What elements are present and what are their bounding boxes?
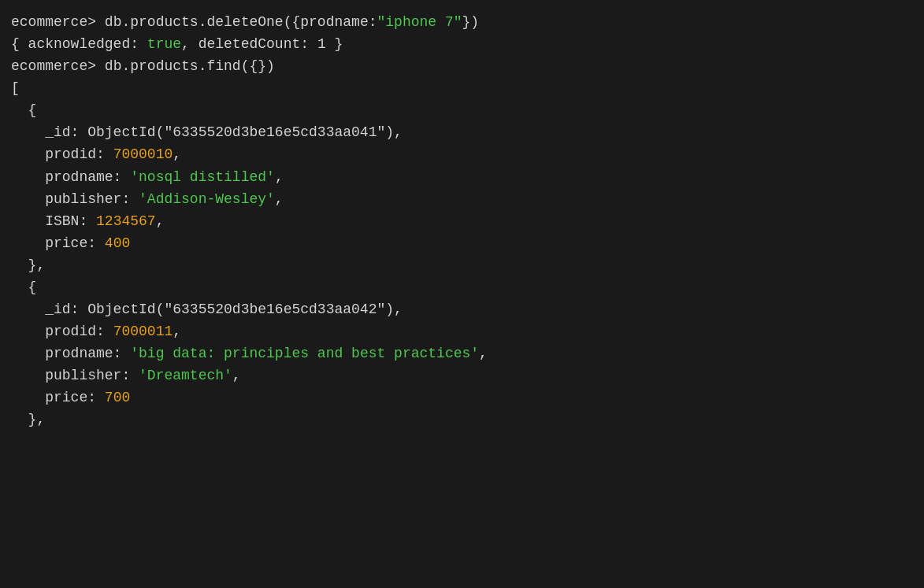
terminal-text-segment: 1 bbox=[317, 36, 326, 52]
terminal-text-segment: 1234567 bbox=[96, 213, 156, 229]
terminal-text-segment: prodid: bbox=[11, 324, 113, 339]
terminal-text-segment: 'nosql distilled' bbox=[130, 169, 275, 185]
terminal-text-segment: , bbox=[275, 191, 284, 207]
terminal-text-segment: } bbox=[326, 36, 343, 52]
terminal-line: [ bbox=[11, 77, 916, 99]
terminal-text-segment: , bbox=[156, 213, 165, 229]
terminal-text-segment: _id: ObjectId("6335520d3be16e5cd33aa041"… bbox=[11, 124, 403, 140]
terminal-text-segment: "iphone 7" bbox=[377, 14, 462, 30]
terminal-line: prodid: 7000010, bbox=[11, 143, 916, 165]
terminal-text-segment: ISBN: bbox=[11, 213, 96, 229]
terminal-text-segment: { bbox=[11, 279, 36, 295]
terminal-text-segment: 7000010 bbox=[113, 146, 173, 162]
terminal-text-segment: }, bbox=[11, 412, 45, 427]
terminal-text-segment: { acknowledged: bbox=[11, 36, 147, 52]
terminal-text-segment: 'Dreamtech' bbox=[139, 368, 232, 383]
terminal-line: publisher: 'Dreamtech', bbox=[11, 364, 916, 386]
terminal-text-segment: 7000011 bbox=[113, 324, 173, 339]
terminal-text-segment: db.products.deleteOne({prodname: bbox=[105, 14, 377, 30]
terminal-text-segment: , bbox=[232, 368, 241, 383]
terminal-text-segment: publisher: bbox=[11, 368, 139, 383]
terminal-text-segment: ecommerce> bbox=[11, 14, 105, 30]
terminal-text-segment: { bbox=[11, 102, 36, 118]
terminal-text-segment: price: bbox=[11, 390, 105, 405]
terminal-text-segment: 400 bbox=[105, 235, 130, 251]
terminal-line: { bbox=[11, 99, 916, 121]
terminal-text-segment: , deletedCount: bbox=[181, 36, 317, 52]
terminal-text-segment: 'big data: principles and best practices… bbox=[130, 346, 479, 361]
terminal-text-segment: prodid: bbox=[11, 146, 113, 162]
terminal-line: price: 400 bbox=[11, 232, 916, 254]
terminal-text-segment: 'Addison-Wesley' bbox=[139, 191, 275, 207]
terminal-text-segment: }, bbox=[11, 257, 45, 273]
terminal-line: ecommerce> db.products.deleteOne({prodna… bbox=[11, 11, 916, 33]
terminal-text-segment: 700 bbox=[105, 390, 130, 405]
terminal-line: ecommerce> db.products.find({}) bbox=[11, 55, 916, 77]
terminal-text-segment: publisher: bbox=[11, 191, 139, 207]
terminal-text-segment: _id: ObjectId("6335520d3be16e5cd33aa042"… bbox=[11, 301, 403, 317]
terminal-line: price: 700 bbox=[11, 386, 916, 409]
terminal-line: prodname: 'big data: principles and best… bbox=[11, 342, 916, 364]
terminal-text-segment: prodname: bbox=[11, 346, 130, 361]
terminal-text-segment: }) bbox=[462, 14, 480, 30]
terminal-window: ecommerce> db.products.deleteOne({prodna… bbox=[3, 6, 924, 588]
terminal-line: _id: ObjectId("6335520d3be16e5cd33aa042"… bbox=[11, 298, 916, 320]
terminal-line: publisher: 'Addison-Wesley', bbox=[11, 188, 916, 210]
terminal-line: ISBN: 1234567, bbox=[11, 210, 916, 232]
terminal-line: { bbox=[11, 276, 916, 298]
terminal-text-segment: , bbox=[479, 346, 488, 361]
terminal-line: { acknowledged: true, deletedCount: 1 } bbox=[11, 33, 916, 55]
terminal-text-segment: , bbox=[275, 169, 284, 185]
terminal-text-segment: , bbox=[173, 146, 181, 162]
terminal-text-segment: [ bbox=[11, 80, 20, 96]
terminal-text-segment: prodname: bbox=[11, 169, 130, 185]
terminal-text-segment: ecommerce> bbox=[11, 58, 105, 74]
terminal-line: }, bbox=[11, 254, 916, 276]
terminal-line: }, bbox=[11, 409, 916, 431]
terminal-line: prodname: 'nosql distilled', bbox=[11, 166, 916, 188]
terminal-line: _id: ObjectId("6335520d3be16e5cd33aa041"… bbox=[11, 121, 916, 143]
terminal-line: prodid: 7000011, bbox=[11, 320, 916, 342]
terminal-text-segment: db.products.find({}) bbox=[105, 58, 275, 74]
terminal-text-segment: price: bbox=[11, 235, 105, 251]
terminal-text-segment: true bbox=[147, 36, 181, 52]
terminal-text-segment: , bbox=[173, 324, 181, 339]
